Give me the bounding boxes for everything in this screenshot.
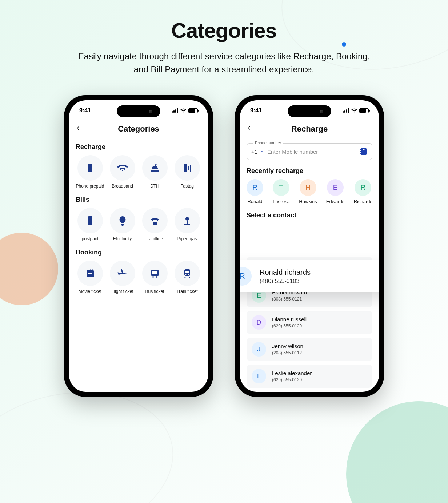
section-recharge-title: Recharge <box>76 143 201 151</box>
page-subtitle: Easily navigate through different servic… <box>75 50 373 76</box>
category-label: Bus ticket <box>145 289 164 294</box>
svg-point-6 <box>152 276 154 278</box>
avatar: L <box>252 369 266 383</box>
recent-ronald[interactable]: RRonald <box>247 179 263 204</box>
category-piped-gas[interactable]: Piped gas <box>173 208 201 241</box>
category-label: Train ticket <box>176 289 197 294</box>
phone-input-label: Phone number <box>253 141 283 145</box>
movie-icon <box>77 261 103 286</box>
category-train-ticket[interactable]: Train ticket <box>173 261 201 294</box>
screen-title: Recharge <box>291 124 328 134</box>
avatar: T <box>273 179 289 196</box>
back-button[interactable] <box>247 126 252 132</box>
wifi-icon <box>180 108 186 113</box>
category-electricity[interactable]: Electricity <box>108 208 137 241</box>
address-book-icon <box>359 147 368 156</box>
avatar: E <box>327 179 344 196</box>
contact-phone: (208) 555-0112 <box>272 350 303 355</box>
back-button[interactable] <box>76 126 81 132</box>
recent-theresa[interactable]: TTheresa <box>272 179 290 204</box>
plane-icon <box>110 261 135 286</box>
select-contact-title: Select a contact <box>247 212 372 219</box>
status-time: 9:41 <box>250 107 262 114</box>
toll-icon <box>175 155 200 181</box>
category-label: Broadband <box>112 184 133 189</box>
notch <box>117 105 160 117</box>
dish-icon <box>142 155 168 181</box>
contact-name: Jenny wilson <box>272 343 303 349</box>
category-label: Flight ticket <box>111 289 133 294</box>
recent-name: Theresa <box>272 199 290 204</box>
wifi-icon <box>110 155 135 181</box>
category-phone-prepaid[interactable]: Phone prepaid <box>76 155 104 189</box>
contact-item[interactable]: JJenny wilson(208) 555-0112 <box>247 338 372 361</box>
category-fastag[interactable]: Fastag <box>173 155 201 189</box>
train-icon <box>175 261 200 286</box>
svg-rect-9 <box>185 271 189 273</box>
svg-rect-3 <box>88 273 92 274</box>
section-booking-title: Booking <box>76 249 201 256</box>
recent-name: Edwards <box>326 199 345 204</box>
avatar: R <box>240 267 252 286</box>
contact-name: Leslie alexander <box>272 370 312 376</box>
recent-hawkins[interactable]: HHawkins <box>299 179 317 204</box>
svg-rect-5 <box>152 271 157 274</box>
wifi-icon <box>351 108 357 113</box>
category-label: Movie ticket <box>79 289 101 294</box>
svg-point-2 <box>185 217 189 221</box>
avatar: R <box>247 179 263 196</box>
phone-input-wrap[interactable]: Phone number +1 <box>247 143 372 160</box>
phone-icon <box>77 208 103 233</box>
category-movie-ticket[interactable]: Movie ticket <box>76 261 104 294</box>
category-label: DTH <box>150 184 159 189</box>
avatar: R <box>355 179 371 196</box>
category-dth[interactable]: DTH <box>140 155 169 189</box>
avatar: H <box>300 179 316 196</box>
category-label: Phone prepaid <box>76 184 104 189</box>
page-title: Categories <box>0 18 448 43</box>
svg-point-10 <box>185 274 186 275</box>
chevron-left-icon <box>76 126 81 131</box>
recently-title: Recently recharge <box>247 167 372 175</box>
contact-phone: (629) 555-0129 <box>272 377 312 382</box>
contact-phone: (480) 555-0103 <box>260 278 311 285</box>
svg-point-11 <box>188 274 189 275</box>
battery-icon <box>359 108 369 113</box>
phone-input[interactable] <box>267 149 355 155</box>
contact-item[interactable]: LLeslie alexander(629) 555-0129 <box>247 365 372 388</box>
chevron-left-icon <box>247 126 252 131</box>
svg-rect-1 <box>88 216 92 225</box>
category-broadband[interactable]: Broadband <box>108 155 137 189</box>
contact-card-highlighted[interactable]: R Ronald richards (480) 555-0103 <box>240 260 379 292</box>
svg-point-7 <box>156 276 157 278</box>
recent-name: Richards <box>354 199 372 204</box>
recent-richards[interactable]: RRichards <box>354 179 372 204</box>
notch <box>288 105 331 117</box>
recent-edwards[interactable]: EEdwards <box>326 179 345 204</box>
category-label: Electricity <box>113 236 132 241</box>
signal-icon <box>343 108 349 113</box>
category-label: Piped gas <box>177 236 197 241</box>
category-label: Landline <box>147 236 163 241</box>
category-bus-ticket[interactable]: Bus ticket <box>140 261 169 294</box>
category-postpaid[interactable]: postpaid <box>76 208 104 241</box>
landline-icon <box>142 208 168 233</box>
recent-name: Hawkins <box>299 199 317 204</box>
phone-categories: 9:41 Categories Recharge Phone prepaidBr… <box>64 95 213 397</box>
screen-title: Categories <box>118 124 159 134</box>
battery-icon <box>188 108 198 113</box>
category-landline[interactable]: Landline <box>140 208 169 241</box>
contact-phone: (308) 555-0121 <box>272 297 307 302</box>
contact-name: Ronald richards <box>260 268 311 277</box>
chevron-down-icon <box>260 150 264 154</box>
bus-icon <box>142 261 168 286</box>
status-time: 9:41 <box>79 107 91 114</box>
category-flight-ticket[interactable]: Flight ticket <box>108 261 137 294</box>
category-label: postpaid <box>82 236 98 241</box>
country-code-select[interactable]: +1 <box>251 149 264 155</box>
contact-item[interactable]: DDianne russell(629) 555-0129 <box>247 311 372 334</box>
contacts-picker-button[interactable] <box>359 147 368 156</box>
category-label: Fastag <box>180 184 194 189</box>
signal-icon <box>172 108 178 113</box>
bulb-icon <box>110 208 135 233</box>
